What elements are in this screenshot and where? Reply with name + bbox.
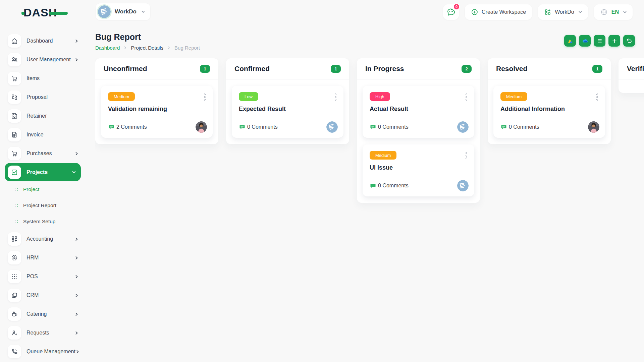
swap-boxes-icon bbox=[8, 90, 21, 104]
priority-badge: High bbox=[370, 92, 390, 101]
sidebar-item-retainer[interactable]: Retainer bbox=[0, 107, 86, 125]
kanban-card[interactable]: Low Expected Result 0 Comments bbox=[232, 86, 343, 138]
sidebar-item-user-management[interactable]: User Management bbox=[0, 50, 86, 69]
copy-squares-icon bbox=[8, 289, 21, 302]
messages-button[interactable]: 0 bbox=[443, 4, 459, 20]
add-button[interactable] bbox=[608, 35, 620, 47]
app-logo[interactable]: DASH bbox=[21, 7, 68, 18]
card-title[interactable]: Validation remaining bbox=[108, 106, 206, 113]
bullet-icon bbox=[14, 219, 19, 224]
comments-indicator: 0 Comments bbox=[370, 183, 409, 189]
kanban-card[interactable]: Medium Additional Information 0 Comments bbox=[493, 86, 605, 138]
column-header: Unconfirmed 1 bbox=[95, 58, 218, 79]
comment-icon bbox=[108, 124, 114, 130]
undo-arrow-icon bbox=[626, 38, 632, 44]
kanban-card[interactable]: Medium Ui issue 0 Comments bbox=[363, 144, 474, 196]
sidebar-item-proposal[interactable]: Proposal bbox=[0, 88, 86, 107]
card-title[interactable]: Actual Result bbox=[370, 106, 467, 113]
sidebar-subitem-system-setup[interactable]: System Setup bbox=[0, 214, 86, 230]
sidebar-subitem-project-report[interactable]: Project Report bbox=[0, 197, 86, 214]
card-title[interactable]: Expected Result bbox=[239, 106, 336, 113]
kanban-column-verified: Verified bbox=[619, 58, 644, 93]
onedrive-button[interactable] bbox=[579, 35, 591, 47]
sidebar-item-requests[interactable]: Requests bbox=[0, 323, 86, 342]
breadcrumb-dashboard-link[interactable]: Dashboard bbox=[95, 45, 120, 51]
page-title: Bug Report bbox=[95, 32, 141, 42]
kanban-column-confirmed: Confirmed 1 Low Expected Result 0 Co bbox=[226, 58, 349, 144]
grid-plus-icon bbox=[8, 232, 21, 246]
language-dropdown[interactable]: EN bbox=[594, 4, 633, 20]
breadcrumb-project-details-link[interactable]: Project Details bbox=[131, 45, 163, 51]
assignee-avatar bbox=[588, 121, 599, 133]
chevron-right-icon bbox=[74, 58, 79, 62]
back-button[interactable] bbox=[623, 35, 635, 47]
column-title: Confirmed bbox=[234, 65, 270, 73]
app-menu-dropdown[interactable]: WorkDo bbox=[538, 4, 588, 20]
app-menu-label: WorkDo bbox=[555, 9, 574, 15]
workspace-selector[interactable]: WorkDo bbox=[96, 3, 150, 20]
column-title: In Progress bbox=[365, 65, 404, 73]
users-icon bbox=[8, 53, 21, 66]
card-title[interactable]: Ui issue bbox=[370, 164, 467, 171]
breadcrumb-current: Bug Report bbox=[174, 45, 200, 51]
card-menu-button[interactable] bbox=[465, 151, 468, 161]
assignee-avatar bbox=[457, 121, 469, 133]
kanban-column-unconfirmed: Unconfirmed 1 Medium Validation remainin… bbox=[95, 58, 218, 144]
chevron-right-icon bbox=[123, 46, 127, 50]
kanban-card[interactable]: Medium Validation remaining 2 Comments bbox=[101, 86, 213, 138]
priority-badge: Medium bbox=[500, 92, 527, 101]
chevron-right-icon bbox=[74, 152, 79, 156]
assignee-avatar bbox=[457, 180, 469, 191]
google-drive-button[interactable] bbox=[564, 35, 576, 47]
kanban-card[interactable]: High Actual Result 0 Comments bbox=[363, 86, 474, 138]
chevron-down-icon bbox=[140, 10, 146, 14]
column-header: Resolved 1 bbox=[488, 58, 611, 79]
comment-icon bbox=[500, 124, 507, 130]
bullet-icon bbox=[14, 187, 19, 192]
sidebar-item-dashboard[interactable]: Dashboard bbox=[0, 32, 86, 50]
card-footer: 2 Comments bbox=[108, 121, 207, 133]
cart-icon bbox=[8, 147, 21, 160]
sidebar-item-invoice[interactable]: Invoice bbox=[0, 125, 86, 144]
chevron-right-icon bbox=[74, 237, 79, 241]
column-count-badge: 1 bbox=[331, 65, 341, 73]
create-workspace-button[interactable]: Create Workspace bbox=[465, 4, 532, 20]
priority-badge: Medium bbox=[108, 92, 135, 101]
comments-count: 0 Comments bbox=[509, 124, 539, 130]
card-menu-button[interactable] bbox=[334, 92, 337, 102]
comments-indicator: 0 Comments bbox=[500, 124, 539, 130]
card-menu-button[interactable] bbox=[596, 92, 599, 102]
comment-icon bbox=[370, 183, 376, 189]
comment-icon bbox=[370, 124, 376, 130]
sidebar-item-pos[interactable]: POS bbox=[0, 267, 86, 286]
sidebar-item-queue-management[interactable]: Queue Management bbox=[0, 342, 86, 361]
language-label: EN bbox=[611, 9, 619, 15]
chevron-down-icon bbox=[622, 10, 628, 14]
plus-icon bbox=[611, 38, 618, 44]
sidebar-item-accounting[interactable]: Accounting bbox=[0, 230, 86, 248]
list-view-button[interactable] bbox=[594, 35, 605, 47]
sidebar-item-projects[interactable]: Projects bbox=[5, 163, 81, 181]
comments-indicator: 0 Comments bbox=[370, 124, 409, 130]
topbar-actions: 0 Create Workspace WorkDo EN bbox=[443, 4, 633, 20]
sidebar-item-hrm[interactable]: HRM bbox=[0, 248, 86, 267]
sidebar-subitem-project[interactable]: Project bbox=[0, 181, 86, 197]
sidebar-item-items[interactable]: Items bbox=[0, 69, 86, 88]
breadcrumb: Dashboard Project Details Bug Report bbox=[95, 45, 200, 51]
column-title: Resolved bbox=[496, 65, 527, 73]
column-body: Medium Additional Information 0 Comments bbox=[488, 79, 611, 144]
create-workspace-label: Create Workspace bbox=[482, 9, 526, 15]
onedrive-icon bbox=[582, 38, 588, 44]
column-count-badge: 1 bbox=[592, 65, 602, 73]
sidebar-item-catering[interactable]: Catering bbox=[0, 305, 86, 323]
card-menu-button[interactable] bbox=[465, 92, 468, 102]
logo-accent-dash bbox=[49, 12, 68, 15]
card-menu-button[interactable] bbox=[203, 92, 206, 102]
checkbox-icon bbox=[8, 166, 21, 179]
sidebar-item-purchases[interactable]: Purchases bbox=[0, 144, 86, 163]
column-count-badge: 1 bbox=[200, 65, 210, 73]
sidebar-item-crm[interactable]: CRM bbox=[0, 286, 86, 305]
comments-indicator: 2 Comments bbox=[108, 124, 147, 130]
cart-icon bbox=[8, 72, 21, 85]
card-title[interactable]: Additional Information bbox=[500, 106, 598, 113]
